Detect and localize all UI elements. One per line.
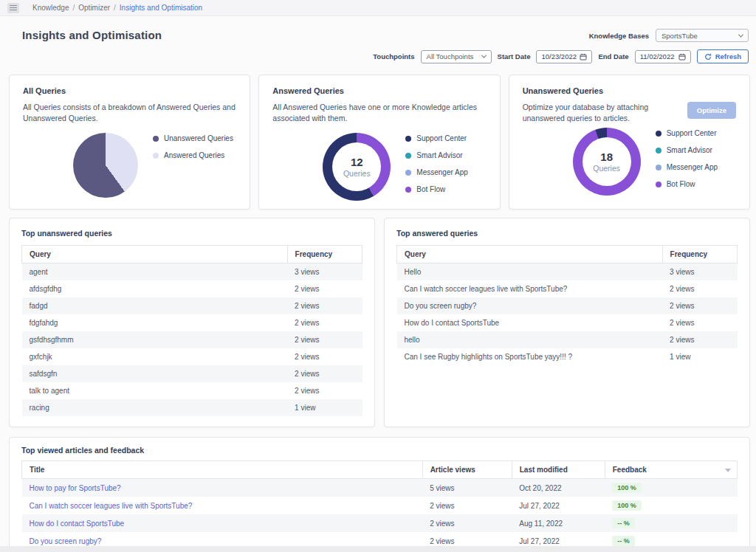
feedback-badge: -- %: [612, 536, 635, 546]
start-date-label: Start Date: [498, 52, 531, 61]
answered-queries-card-title: Answered Queries: [272, 86, 486, 95]
answered-queries-count: 12: [351, 156, 363, 168]
answered-queries-legend: Support CenterSmart AdvisorMessenger App…: [405, 134, 468, 202]
table-row: afdsgfdhg2 views: [22, 280, 362, 297]
last-modified-column-header: Last modified: [512, 461, 605, 479]
touchpoints-select[interactable]: All Touchpoints: [421, 50, 492, 63]
horizontal-scrollbar[interactable]: [0, 546, 756, 552]
feedback-badge: 100 %: [612, 500, 642, 511]
legend-dot-icon: [153, 153, 159, 159]
article-views-cell: 2 views: [422, 497, 512, 514]
refresh-button-label: Refresh: [715, 52, 741, 61]
legend-label: Support Center: [416, 134, 467, 142]
top-unanswered-queries-title: Top unanswered queries: [21, 229, 362, 238]
unanswered-queries-chart-row: 18 Queries Support CenterSmart AdvisorMe…: [523, 128, 736, 197]
feedback-badge: 100 %: [612, 483, 642, 493]
breadcrumb-optimizer[interactable]: Optimizer: [78, 4, 110, 12]
last-modified-cell: Oct 20, 2022: [512, 479, 605, 497]
article-link[interactable]: Do you screen rugby?: [30, 537, 102, 545]
knowledge-bases-select[interactable]: SportsTube: [656, 29, 749, 42]
feedback-column-label: Feedback: [613, 466, 647, 474]
legend-item: Support Center: [656, 129, 718, 137]
query-cell: fdgfahdg: [22, 314, 288, 331]
frequency-cell: 2 views: [287, 382, 362, 399]
breadcrumb: Knowledge / Optimizer / Insights and Opt…: [32, 4, 202, 12]
hamburger-menu-icon[interactable]: [7, 3, 19, 13]
table-row: fdgfahdg2 views: [22, 314, 362, 331]
refresh-button[interactable]: Refresh: [697, 49, 749, 63]
start-date-input[interactable]: [541, 52, 580, 61]
all-queries-card-title: All Queries: [23, 86, 236, 95]
query-cell: Can I see Rugby highlights on SportsTube…: [397, 348, 663, 365]
last-modified-cell: Aug 11, 2022: [512, 514, 605, 532]
article-views-column-header: Article views: [422, 461, 512, 479]
table-row: gxfchjk2 views: [22, 348, 362, 365]
query-cell: racing: [22, 399, 288, 416]
query-cell: talk to agent: [22, 382, 288, 399]
all-queries-legend: Unanswered QueriesAnswered Queries: [153, 134, 233, 168]
legend-dot-icon: [656, 165, 662, 170]
article-title-cell: Can I watch soccer leagues live with Spo…: [22, 497, 423, 514]
frequency-cell: 2 views: [662, 314, 737, 331]
table-header-row: Title Article views Last modified Feedba…: [22, 461, 738, 479]
optimize-button[interactable]: Optimize: [687, 102, 736, 119]
legend-label: Messenger App: [416, 168, 468, 176]
legend-item: Smart Advisor: [405, 151, 468, 159]
top-bar: Knowledge / Optimizer / Insights and Opt…: [0, 0, 756, 16]
article-link[interactable]: Can I watch soccer leagues live with Spo…: [30, 502, 193, 510]
feedback-sort-caret-icon[interactable]: [725, 469, 731, 472]
legend-dot-icon: [405, 170, 411, 176]
unanswered-queries-donut-chart: 18 Queries: [573, 128, 641, 196]
refresh-icon: [704, 53, 712, 61]
frequency-cell: 3 views: [287, 263, 362, 281]
end-date-input[interactable]: [640, 52, 678, 61]
table-row: agent3 views: [22, 263, 362, 281]
legend-item: Bot Flow: [405, 185, 468, 193]
legend-item: Bot Flow: [656, 180, 718, 188]
top-unanswered-queries-table: Query Frequency agent3 viewsafdsgfdhg2 v…: [21, 245, 362, 416]
table-row: gsfdhsgfhmm2 views: [22, 331, 362, 348]
legend-dot-icon: [153, 136, 159, 142]
unanswered-queries-chart-box: 18 Queries: [573, 128, 641, 196]
article-link[interactable]: How to pay for SportsTube?: [30, 484, 121, 492]
summary-cards-row: All Queries All Queries consists of a br…: [9, 75, 750, 210]
start-date-field[interactable]: [536, 50, 592, 63]
table-row: racing1 view: [22, 399, 362, 416]
touchpoints-value: All Touchpoints: [427, 52, 474, 61]
legend-item: Messenger App: [656, 163, 718, 171]
legend-label: Bot Flow: [416, 185, 445, 193]
unanswered-queries-donut-center: 18 Queries: [583, 137, 631, 186]
legend-item: Unanswered Queries: [153, 134, 233, 142]
legend-dot-icon: [656, 131, 662, 137]
feedback-cell: 100 %: [605, 479, 737, 497]
all-queries-pie-chart: [73, 133, 138, 198]
knowledge-bases-label: Knowledge Bases: [589, 32, 649, 40]
article-link[interactable]: How do I contact SportsTube: [30, 520, 125, 528]
answered-queries-donut-center: 12 Queries: [332, 142, 381, 191]
query-cell: gsfdhsgfhmm: [22, 331, 288, 348]
breadcrumb-separator: /: [114, 4, 116, 12]
query-cell: Can I watch soccer leagues live with Spo…: [397, 280, 663, 297]
breadcrumb-current-page[interactable]: Insights and Optimisation: [120, 4, 202, 12]
frequency-cell: 2 views: [287, 314, 362, 331]
all-queries-card: All Queries All Queries consists of a br…: [9, 75, 250, 210]
page-title: Insights and Optimisation: [22, 29, 162, 41]
article-title-cell: How do I contact SportsTube: [22, 514, 423, 532]
all-queries-chart-row: Unanswered QueriesAnswered Queries: [23, 133, 236, 198]
answered-queries-donut-chart: 12 Queries: [323, 133, 391, 201]
legend-label: Answered Queries: [164, 151, 224, 159]
table-header-row: Query Frequency: [22, 246, 362, 263]
table-row: fadgd2 views: [22, 297, 362, 314]
breadcrumb-separator: /: [72, 4, 75, 12]
knowledge-bases-group: Knowledge Bases SportsTube: [589, 29, 749, 42]
query-cell: Hello: [397, 263, 663, 281]
query-cell: Do you screen rugby?: [397, 297, 663, 314]
end-date-field[interactable]: [635, 50, 691, 63]
breadcrumb-knowledge[interactable]: Knowledge: [32, 4, 69, 12]
answered-queries-chart-row: 12 Queries Support CenterSmart AdvisorMe…: [272, 133, 486, 202]
unanswered-queries-description-row: Optimize your database by attaching unan…: [523, 102, 736, 123]
feedback-cell: -- %: [605, 514, 737, 532]
query-cell: gxfchjk: [22, 348, 288, 365]
feedback-badge: -- %: [612, 518, 635, 528]
frequency-column-header: Frequency: [662, 246, 737, 263]
